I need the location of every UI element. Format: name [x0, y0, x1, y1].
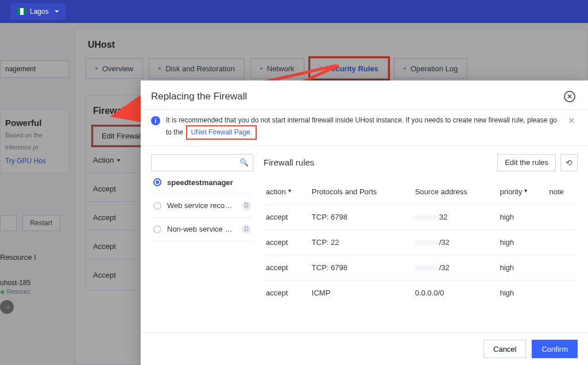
firewall-select-column: 🔍 speedtestmanager Web service recom… D … — [151, 154, 253, 332]
resource-label: Resource I — [0, 253, 69, 262]
rules-table-row: accept TCP: 6798 ———/32 high — [264, 255, 578, 280]
rules-table-row: accept TCP: 22 ———/32 high — [264, 229, 578, 255]
tab-overview[interactable]: Overview — [86, 58, 143, 79]
dot-icon — [320, 67, 322, 70]
region-label: Lagos — [30, 7, 49, 16]
instance-action-buttons: Restart — [0, 215, 69, 231]
search-icon: 🔍 — [239, 158, 249, 167]
modal-footer: Cancel Confirm — [141, 332, 588, 365]
unet-firewall-page-link[interactable]: UNet Firewall Page. — [186, 125, 257, 140]
rules-table-header: action Protocols and Ports Source addres… — [264, 179, 578, 205]
left-column: nagement Powerful Based on the inference… — [0, 23, 69, 365]
tab-row: Overview Disk and Restoration Network Se… — [86, 58, 587, 79]
firewall-option[interactable]: speedtestmanager — [151, 171, 253, 194]
dot-icon — [158, 67, 161, 70]
promo-link[interactable]: Try GPU Hos — [5, 157, 64, 165]
rules-table: action Protocols and Ports Source addres… — [264, 179, 578, 305]
cancel-button[interactable]: Cancel — [483, 340, 526, 358]
replace-firewall-modal: Replacing the Firewall ✕ i It is recomme… — [141, 80, 588, 365]
region-picker[interactable]: Lagos — [10, 3, 66, 20]
rules-table-row: accept TCP: 6798 ———32 high — [264, 204, 578, 229]
page-title: UHost — [88, 40, 587, 50]
unknown-button[interactable] — [0, 215, 17, 231]
radio-unchecked-icon — [153, 202, 161, 210]
rules-table-row: accept ICMP 0.0.0.0/0 high — [264, 280, 578, 305]
firewall-option-label: Web service recom… — [167, 201, 234, 210]
col-action[interactable]: action — [264, 179, 310, 205]
tab-network[interactable]: Network — [250, 58, 304, 79]
firewall-search-input[interactable] — [151, 154, 253, 171]
col-priority[interactable]: priority — [497, 179, 547, 205]
radio-unchecked-icon — [153, 225, 161, 233]
firewall-option[interactable]: Non-web service re… D — [151, 218, 253, 241]
modal-header: Replacing the Firewall ✕ — [141, 80, 588, 110]
restart-button[interactable]: Restart — [22, 215, 60, 231]
rules-column: Firewall rules Edit the rules ⟲ action P… — [264, 154, 578, 332]
info-text: It is recommended that you do not start … — [166, 116, 560, 140]
close-icon[interactable]: ✕ — [564, 91, 575, 102]
tab-operation-log[interactable]: Operation Log — [394, 58, 467, 79]
info-icon: i — [151, 116, 160, 125]
dismiss-info-icon[interactable]: ✕ — [566, 116, 578, 126]
uhost-sub: ◆Resourc — [0, 288, 69, 295]
firewall-search-box: 🔍 — [151, 154, 253, 171]
dot-icon — [260, 67, 262, 70]
promo-subtitle-1: Based on the — [5, 131, 64, 140]
firewall-option-label: Non-web service re… — [167, 225, 234, 233]
firewall-option[interactable]: Web service recom… D — [151, 194, 253, 218]
modal-title: Replacing the Firewall — [151, 91, 564, 102]
chevron-down-icon — [55, 10, 59, 13]
info-strip: i It is recommended that you do not star… — [141, 110, 588, 146]
promo-title: Powerful — [5, 118, 64, 128]
firewall-option-label: speedtestmanager — [167, 178, 251, 187]
col-note: note — [547, 179, 578, 205]
edit-rules-button[interactable]: Edit the rules — [497, 154, 556, 171]
radio-checked-icon — [153, 178, 161, 186]
promo-subtitle-2: inference pr — [5, 143, 64, 152]
uhost-id: uhost-185 — [0, 279, 69, 287]
tab-security-rules[interactable]: Security Rules — [310, 58, 388, 79]
next-arrow-icon[interactable]: → — [0, 300, 14, 314]
rules-title: Firewall rules — [264, 157, 497, 167]
confirm-button[interactable]: Confirm — [532, 340, 578, 358]
default-badge-icon: D — [242, 225, 251, 234]
col-source: Source address — [413, 179, 498, 205]
dot-icon — [404, 67, 406, 70]
modal-body: 🔍 speedtestmanager Web service recom… D … — [141, 146, 588, 332]
default-badge-icon: D — [242, 201, 251, 210]
promo-card: Powerful Based on the inference pr Try G… — [0, 109, 69, 174]
nigeria-flag-icon — [17, 8, 26, 15]
tab-disk-restoration[interactable]: Disk and Restoration — [149, 58, 245, 79]
top-bar: Lagos — [0, 0, 588, 23]
rules-header: Firewall rules Edit the rules ⟲ — [264, 154, 578, 171]
col-protocols: Protocols and Ports — [310, 179, 413, 205]
management-tab[interactable]: nagement — [0, 60, 69, 78]
refresh-button[interactable]: ⟲ — [560, 154, 578, 171]
refresh-icon: ⟲ — [566, 158, 572, 167]
dot-icon — [95, 67, 98, 70]
